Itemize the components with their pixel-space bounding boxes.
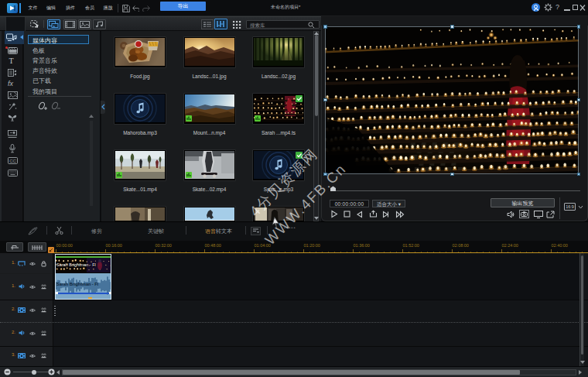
svg-text:CC: CC [9,159,16,163]
